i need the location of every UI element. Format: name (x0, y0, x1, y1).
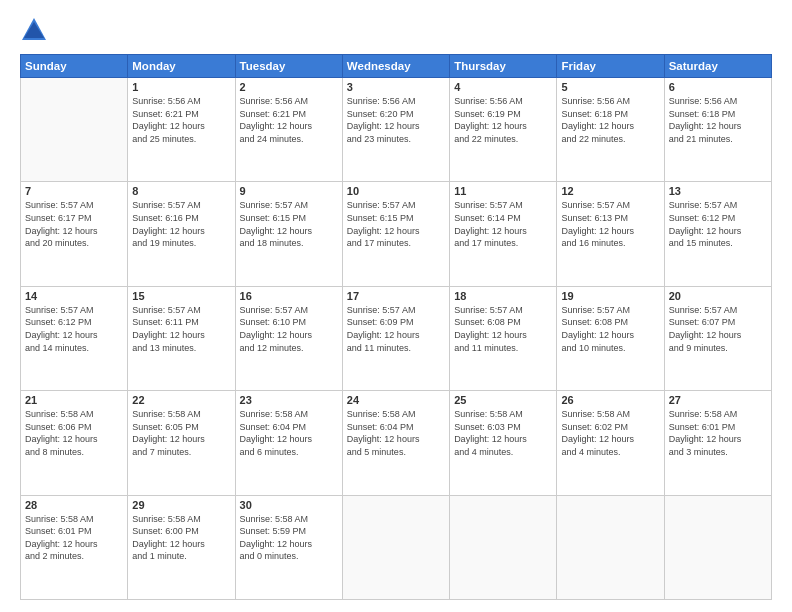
day-number: 4 (454, 81, 552, 93)
day-info: Sunrise: 5:56 AM Sunset: 6:20 PM Dayligh… (347, 95, 445, 145)
day-cell: 30Sunrise: 5:58 AM Sunset: 5:59 PM Dayli… (235, 495, 342, 599)
day-cell: 1Sunrise: 5:56 AM Sunset: 6:21 PM Daylig… (128, 78, 235, 182)
svg-marker-1 (24, 22, 44, 38)
weekday-header-tuesday: Tuesday (235, 55, 342, 78)
day-cell (21, 78, 128, 182)
day-number: 10 (347, 185, 445, 197)
day-info: Sunrise: 5:57 AM Sunset: 6:17 PM Dayligh… (25, 199, 123, 249)
day-cell: 8Sunrise: 5:57 AM Sunset: 6:16 PM Daylig… (128, 182, 235, 286)
day-info: Sunrise: 5:57 AM Sunset: 6:12 PM Dayligh… (25, 304, 123, 354)
day-number: 30 (240, 499, 338, 511)
day-number: 28 (25, 499, 123, 511)
day-cell: 21Sunrise: 5:58 AM Sunset: 6:06 PM Dayli… (21, 391, 128, 495)
day-cell: 29Sunrise: 5:58 AM Sunset: 6:00 PM Dayli… (128, 495, 235, 599)
logo (20, 16, 54, 44)
day-cell: 24Sunrise: 5:58 AM Sunset: 6:04 PM Dayli… (342, 391, 449, 495)
day-number: 24 (347, 394, 445, 406)
day-number: 20 (669, 290, 767, 302)
day-cell: 27Sunrise: 5:58 AM Sunset: 6:01 PM Dayli… (664, 391, 771, 495)
day-number: 21 (25, 394, 123, 406)
day-number: 15 (132, 290, 230, 302)
day-number: 7 (25, 185, 123, 197)
day-cell (557, 495, 664, 599)
weekday-header-thursday: Thursday (450, 55, 557, 78)
day-info: Sunrise: 5:56 AM Sunset: 6:21 PM Dayligh… (240, 95, 338, 145)
weekday-header-sunday: Sunday (21, 55, 128, 78)
day-number: 12 (561, 185, 659, 197)
logo-icon (20, 16, 48, 44)
weekday-header-row: SundayMondayTuesdayWednesdayThursdayFrid… (21, 55, 772, 78)
day-cell: 20Sunrise: 5:57 AM Sunset: 6:07 PM Dayli… (664, 286, 771, 390)
day-cell: 7Sunrise: 5:57 AM Sunset: 6:17 PM Daylig… (21, 182, 128, 286)
day-number: 29 (132, 499, 230, 511)
day-cell: 5Sunrise: 5:56 AM Sunset: 6:18 PM Daylig… (557, 78, 664, 182)
day-cell: 14Sunrise: 5:57 AM Sunset: 6:12 PM Dayli… (21, 286, 128, 390)
header (20, 16, 772, 44)
day-number: 2 (240, 81, 338, 93)
day-number: 8 (132, 185, 230, 197)
day-info: Sunrise: 5:57 AM Sunset: 6:14 PM Dayligh… (454, 199, 552, 249)
day-info: Sunrise: 5:57 AM Sunset: 6:09 PM Dayligh… (347, 304, 445, 354)
day-number: 17 (347, 290, 445, 302)
day-cell: 3Sunrise: 5:56 AM Sunset: 6:20 PM Daylig… (342, 78, 449, 182)
day-info: Sunrise: 5:57 AM Sunset: 6:07 PM Dayligh… (669, 304, 767, 354)
week-row-4: 21Sunrise: 5:58 AM Sunset: 6:06 PM Dayli… (21, 391, 772, 495)
calendar: SundayMondayTuesdayWednesdayThursdayFrid… (20, 54, 772, 600)
day-number: 3 (347, 81, 445, 93)
day-cell: 28Sunrise: 5:58 AM Sunset: 6:01 PM Dayli… (21, 495, 128, 599)
day-cell: 19Sunrise: 5:57 AM Sunset: 6:08 PM Dayli… (557, 286, 664, 390)
day-info: Sunrise: 5:58 AM Sunset: 6:06 PM Dayligh… (25, 408, 123, 458)
day-cell (342, 495, 449, 599)
day-number: 19 (561, 290, 659, 302)
day-info: Sunrise: 5:57 AM Sunset: 6:15 PM Dayligh… (347, 199, 445, 249)
day-info: Sunrise: 5:56 AM Sunset: 6:21 PM Dayligh… (132, 95, 230, 145)
day-info: Sunrise: 5:57 AM Sunset: 6:10 PM Dayligh… (240, 304, 338, 354)
day-info: Sunrise: 5:57 AM Sunset: 6:15 PM Dayligh… (240, 199, 338, 249)
weekday-header-monday: Monday (128, 55, 235, 78)
day-info: Sunrise: 5:57 AM Sunset: 6:08 PM Dayligh… (561, 304, 659, 354)
day-number: 27 (669, 394, 767, 406)
day-number: 14 (25, 290, 123, 302)
day-cell: 13Sunrise: 5:57 AM Sunset: 6:12 PM Dayli… (664, 182, 771, 286)
day-info: Sunrise: 5:57 AM Sunset: 6:12 PM Dayligh… (669, 199, 767, 249)
day-number: 25 (454, 394, 552, 406)
day-cell: 9Sunrise: 5:57 AM Sunset: 6:15 PM Daylig… (235, 182, 342, 286)
day-info: Sunrise: 5:58 AM Sunset: 6:02 PM Dayligh… (561, 408, 659, 458)
weekday-header-wednesday: Wednesday (342, 55, 449, 78)
day-info: Sunrise: 5:57 AM Sunset: 6:13 PM Dayligh… (561, 199, 659, 249)
day-number: 1 (132, 81, 230, 93)
day-cell: 16Sunrise: 5:57 AM Sunset: 6:10 PM Dayli… (235, 286, 342, 390)
page: SundayMondayTuesdayWednesdayThursdayFrid… (0, 0, 792, 612)
weekday-header-friday: Friday (557, 55, 664, 78)
day-cell: 2Sunrise: 5:56 AM Sunset: 6:21 PM Daylig… (235, 78, 342, 182)
day-cell: 10Sunrise: 5:57 AM Sunset: 6:15 PM Dayli… (342, 182, 449, 286)
week-row-5: 28Sunrise: 5:58 AM Sunset: 6:01 PM Dayli… (21, 495, 772, 599)
day-cell: 25Sunrise: 5:58 AM Sunset: 6:03 PM Dayli… (450, 391, 557, 495)
day-info: Sunrise: 5:57 AM Sunset: 6:11 PM Dayligh… (132, 304, 230, 354)
day-cell: 26Sunrise: 5:58 AM Sunset: 6:02 PM Dayli… (557, 391, 664, 495)
day-info: Sunrise: 5:57 AM Sunset: 6:16 PM Dayligh… (132, 199, 230, 249)
day-info: Sunrise: 5:57 AM Sunset: 6:08 PM Dayligh… (454, 304, 552, 354)
day-number: 26 (561, 394, 659, 406)
day-cell: 17Sunrise: 5:57 AM Sunset: 6:09 PM Dayli… (342, 286, 449, 390)
day-info: Sunrise: 5:56 AM Sunset: 6:19 PM Dayligh… (454, 95, 552, 145)
day-number: 22 (132, 394, 230, 406)
week-row-1: 1Sunrise: 5:56 AM Sunset: 6:21 PM Daylig… (21, 78, 772, 182)
day-info: Sunrise: 5:58 AM Sunset: 6:01 PM Dayligh… (669, 408, 767, 458)
day-cell: 18Sunrise: 5:57 AM Sunset: 6:08 PM Dayli… (450, 286, 557, 390)
week-row-2: 7Sunrise: 5:57 AM Sunset: 6:17 PM Daylig… (21, 182, 772, 286)
day-info: Sunrise: 5:58 AM Sunset: 5:59 PM Dayligh… (240, 513, 338, 563)
day-number: 16 (240, 290, 338, 302)
day-info: Sunrise: 5:58 AM Sunset: 6:04 PM Dayligh… (347, 408, 445, 458)
day-number: 5 (561, 81, 659, 93)
day-info: Sunrise: 5:58 AM Sunset: 6:01 PM Dayligh… (25, 513, 123, 563)
day-number: 13 (669, 185, 767, 197)
day-cell: 4Sunrise: 5:56 AM Sunset: 6:19 PM Daylig… (450, 78, 557, 182)
day-info: Sunrise: 5:56 AM Sunset: 6:18 PM Dayligh… (669, 95, 767, 145)
week-row-3: 14Sunrise: 5:57 AM Sunset: 6:12 PM Dayli… (21, 286, 772, 390)
day-info: Sunrise: 5:58 AM Sunset: 6:03 PM Dayligh… (454, 408, 552, 458)
day-cell (664, 495, 771, 599)
weekday-header-saturday: Saturday (664, 55, 771, 78)
day-number: 18 (454, 290, 552, 302)
day-cell: 15Sunrise: 5:57 AM Sunset: 6:11 PM Dayli… (128, 286, 235, 390)
